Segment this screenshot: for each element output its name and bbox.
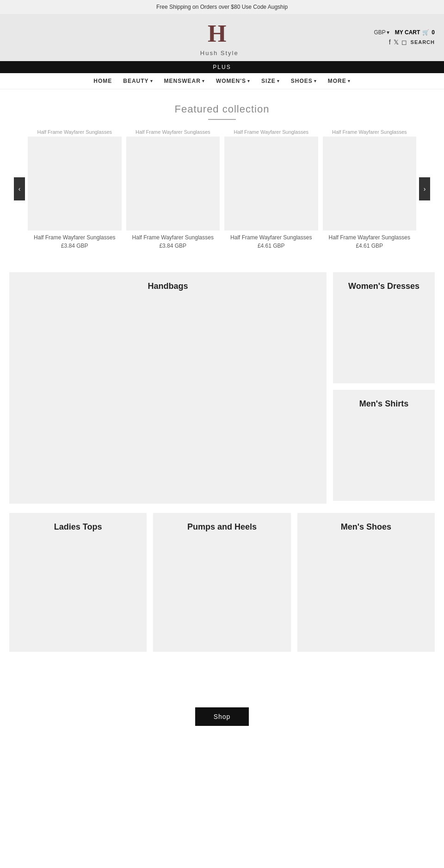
mens-shoes-collection[interactable]: Men's Shoes [297,513,435,652]
product-label: Half Frame Wayfarer Sunglasses [28,129,122,135]
cart-icon: 🛒 [422,29,429,36]
logo[interactable]: H Hush Style [65,19,374,56]
pumps-heels-collection[interactable]: Pumps and Heels [153,513,290,652]
small-collections-stack: Women's Dresses Men's Shirts [333,272,435,504]
social-search: f 𝕏 ◻ SEARCH [389,38,435,46]
nav-menswear[interactable]: MENSWEAR ▾ [164,78,205,84]
carousel-prev-button[interactable]: ‹ [14,177,25,200]
chevron-down-icon: ▾ [202,79,205,83]
featured-title: Featured collection [9,103,435,115]
chevron-down-icon: ▾ [247,79,250,83]
carousel-next-button[interactable]: › [419,177,430,200]
shop-button[interactable]: Shop [195,707,249,726]
plus-label: PLUS [213,64,231,70]
svg-text:H: H [208,20,226,46]
product-image [323,137,417,231]
product-card[interactable]: Half Frame Wayfarer Sunglasses Half Fram… [224,129,318,249]
handbags-title: Handbags [148,281,188,291]
product-price: £4.61 GBP [323,243,417,249]
chevron-down-icon: ▾ [150,79,153,83]
product-image [224,137,318,231]
product-card[interactable]: Half Frame Wayfarer Sunglasses Half Fram… [323,129,417,249]
nav-home[interactable]: HOME [93,78,112,84]
nav-beauty[interactable]: BEAUTY ▾ [123,78,153,84]
pumps-heels-title: Pumps and Heels [187,522,257,532]
product-image [126,137,220,231]
instagram-icon[interactable]: ◻ [401,38,407,46]
shop-section: Shop [0,670,444,754]
currency-selector[interactable]: GBP ▾ [374,29,389,36]
product-price: £3.84 GBP [28,243,122,249]
header: H Hush Style GBP ▾ MY CART 🛒 0 f 𝕏 ◻ SEA… [0,14,444,61]
announcement-bar: Free Shipping on Orders over $80 Use Cod… [0,0,444,14]
product-name: Half Frame Wayfarer Sunglasses [224,234,318,241]
nav-size[interactable]: SIZE ▾ [261,78,280,84]
cart-button[interactable]: MY CART 🛒 0 [395,29,435,36]
product-price: £3.84 GBP [126,243,220,249]
ladies-tops-title: Ladies Tops [54,522,102,532]
chevron-down-icon: ▾ [348,79,351,83]
mens-shirts-title: Men's Shirts [359,399,408,409]
plus-bar: PLUS [0,61,444,73]
handbags-box[interactable]: Handbags [9,272,327,504]
three-col-collections: Ladies Tops Pumps and Heels Men's Shoes [0,513,444,670]
nav-shoes[interactable]: SHOES ▾ [291,78,317,84]
cart-count: 0 [432,29,435,36]
products-grid: Half Frame Wayfarer Sunglasses Half Fram… [28,129,416,249]
main-nav: HOME BEAUTY ▾ MENSWEAR ▾ WOMEN'S ▾ SIZE … [0,73,444,89]
nav-womens[interactable]: WOMEN'S ▾ [216,78,250,84]
product-name: Half Frame Wayfarer Sunglasses [126,234,220,241]
header-right: GBP ▾ MY CART 🛒 0 f 𝕏 ◻ SEARCH [374,29,435,46]
twitter-icon[interactable]: 𝕏 [394,38,399,46]
mens-shirts-collection[interactable]: Men's Shirts [333,390,435,501]
logo-mark: H [205,19,233,50]
mens-shoes-title: Men's Shoes [341,522,391,532]
product-card[interactable]: Half Frame Wayfarer Sunglasses Half Fram… [126,129,220,249]
ladies-tops-collection[interactable]: Ladies Tops [9,513,147,652]
product-price: £4.61 GBP [224,243,318,249]
product-name: Half Frame Wayfarer Sunglasses [28,234,122,241]
handbags-collection[interactable]: Handbags [9,272,327,504]
product-label: Half Frame Wayfarer Sunglasses [224,129,318,135]
product-name: Half Frame Wayfarer Sunglasses [323,234,417,241]
womens-dresses-collection[interactable]: Women's Dresses [333,272,435,383]
collections-section: Handbags Women's Dresses Men's Shirts [0,254,444,513]
featured-section: Featured collection ‹ Half Frame Wayfare… [0,89,444,254]
featured-divider [208,119,236,120]
product-label: Half Frame Wayfarer Sunglasses [126,129,220,135]
product-carousel: ‹ Half Frame Wayfarer Sunglasses Half Fr… [9,129,435,249]
nav-more[interactable]: MORE ▾ [328,78,351,84]
announcement-text: Free Shipping on Orders over $80 Use Cod… [156,4,288,10]
product-label: Half Frame Wayfarer Sunglasses [323,129,417,135]
logo-name: Hush Style [200,50,239,56]
womens-dresses-title: Women's Dresses [348,281,419,291]
product-image [28,137,122,231]
search-label[interactable]: SEARCH [411,39,435,45]
chevron-down-icon: ▾ [314,79,317,83]
facebook-icon[interactable]: f [389,38,391,46]
chevron-down-icon: ▾ [277,79,280,83]
product-card[interactable]: Half Frame Wayfarer Sunglasses Half Fram… [28,129,122,249]
